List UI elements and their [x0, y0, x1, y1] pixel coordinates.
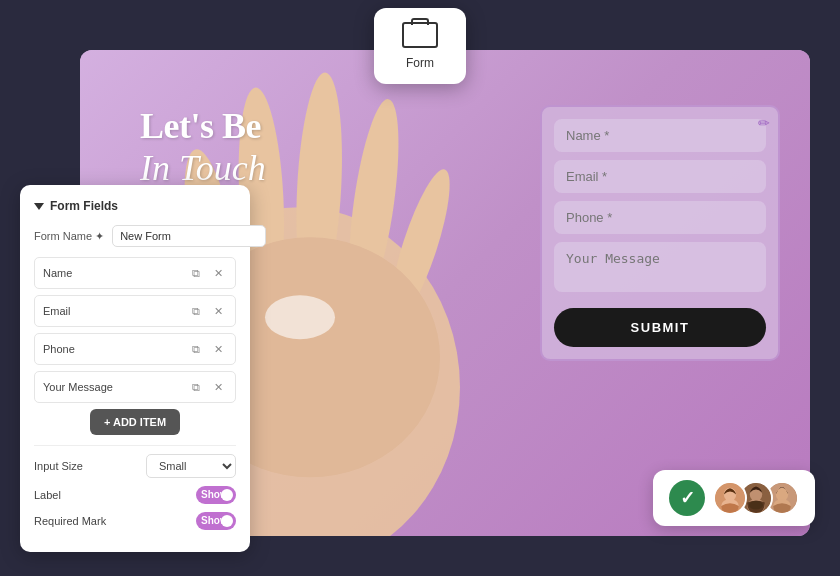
hero-line2: In Touch	[140, 147, 266, 189]
label-option-label: Label	[34, 489, 61, 501]
divider	[34, 445, 236, 446]
collapse-icon[interactable]	[34, 203, 44, 210]
field-label-message: Your Message	[43, 381, 187, 393]
required-mark-label: Required Mark	[34, 515, 106, 527]
field-row-message: Your Message ⧉ ✕	[34, 371, 236, 403]
collaborators-card: ✓	[653, 470, 815, 526]
name-field[interactable]	[554, 119, 766, 152]
submit-button[interactable]: SUBMIT	[554, 308, 766, 347]
delete-icon-message[interactable]: ✕	[209, 378, 227, 396]
email-field[interactable]	[554, 160, 766, 193]
field-icons-email: ⧉ ✕	[187, 302, 227, 320]
add-item-button[interactable]: + ADD ITEM	[90, 409, 180, 435]
form-name-row: Form Name ✦	[34, 225, 236, 247]
field-label-name: Name	[43, 267, 187, 279]
hero-line1: Let's Be	[140, 105, 266, 147]
required-mark-toggle[interactable]: Show	[196, 512, 236, 530]
field-row-phone: Phone ⧉ ✕	[34, 333, 236, 365]
input-size-label: Input Size	[34, 460, 83, 472]
form-fields-panel: Form Fields Form Name ✦ Name ⧉ ✕ Email ⧉…	[20, 185, 250, 552]
copy-icon-name[interactable]: ⧉	[187, 264, 205, 282]
label-toggle-text: Show	[201, 489, 228, 500]
svg-point-7	[265, 295, 335, 339]
form-name-label: Form Name ✦	[34, 230, 104, 243]
field-row-email: Email ⧉ ✕	[34, 295, 236, 327]
check-icon: ✓	[680, 487, 695, 509]
phone-field[interactable]	[554, 201, 766, 234]
field-icons-phone: ⧉ ✕	[187, 340, 227, 358]
label-toggle-row: Label Show	[34, 486, 236, 504]
label-toggle[interactable]: Show	[196, 486, 236, 504]
delete-icon-phone[interactable]: ✕	[209, 340, 227, 358]
form-icon	[402, 22, 438, 48]
form-widget-label: Form	[406, 56, 434, 70]
panel-title: Form Fields	[50, 199, 118, 213]
edit-icon[interactable]: ✏	[758, 115, 770, 131]
copy-icon-message[interactable]: ⧉	[187, 378, 205, 396]
required-toggle-row: Required Mark Show	[34, 512, 236, 530]
avatar-stack	[713, 481, 799, 515]
message-field[interactable]	[554, 242, 766, 292]
svg-point-14	[749, 501, 763, 510]
form-widget-card[interactable]: Form	[374, 8, 466, 84]
required-toggle-text: Show	[201, 515, 228, 526]
input-size-select[interactable]: Small Medium Large	[146, 454, 236, 478]
field-icons-message: ⧉ ✕	[187, 378, 227, 396]
copy-icon-email[interactable]: ⧉	[187, 302, 205, 320]
form-name-input[interactable]	[112, 225, 266, 247]
delete-icon-name[interactable]: ✕	[209, 264, 227, 282]
field-label-phone: Phone	[43, 343, 187, 355]
panel-header: Form Fields	[34, 199, 236, 213]
contact-form-panel: ✏ SUBMIT	[540, 105, 780, 361]
check-circle: ✓	[669, 480, 705, 516]
field-label-email: Email	[43, 305, 187, 317]
delete-icon-email[interactable]: ✕	[209, 302, 227, 320]
hero-text: Let's Be In Touch	[140, 105, 266, 189]
input-size-row: Input Size Small Medium Large	[34, 454, 236, 478]
field-icons-name: ⧉ ✕	[187, 264, 227, 282]
field-row-name: Name ⧉ ✕	[34, 257, 236, 289]
copy-icon-phone[interactable]: ⧉	[187, 340, 205, 358]
avatar-1	[713, 481, 747, 515]
